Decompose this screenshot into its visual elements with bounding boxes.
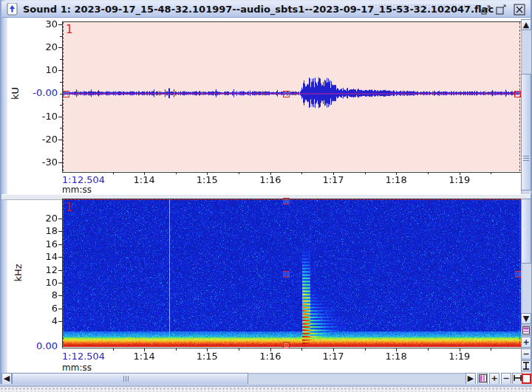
time-scroll-thumb[interactable]: [12, 373, 248, 385]
spectrogram-canvas[interactable]: [63, 199, 521, 347]
zoom-out-time-button[interactable]: −: [501, 373, 511, 385]
selection-handle[interactable]: [283, 198, 290, 204]
selection-handle[interactable]: [514, 91, 521, 97]
scroll-grip: [523, 156, 529, 162]
fit-time-button[interactable]: [512, 373, 522, 385]
selection-indicator-box[interactable]: [522, 374, 531, 384]
play-button[interactable]: ▶: [466, 373, 476, 385]
waveform-vscroll-thumb[interactable]: [521, 74, 531, 190]
spectrogram-x-cursor-value: 1:12.504: [62, 351, 105, 362]
waveform-x-cursor-value: 1:12.504: [62, 174, 105, 185]
scroll-down-button[interactable]: ▼: [521, 313, 531, 324]
spectrogram-plot[interactable]: 1: [62, 199, 522, 348]
window-border-left: [0, 0, 7, 387]
scroll-left-button[interactable]: ◀: [1, 373, 12, 385]
waveform-y-axis-unit: kU: [10, 87, 21, 100]
selection-top-edge: [63, 199, 521, 200]
selection-bottom-edge: [63, 345, 521, 346]
waveform-channel-number: 1: [66, 23, 73, 36]
spectrogram-x-axis-unit: mm:ss: [62, 362, 92, 373]
selection-handle[interactable]: [283, 91, 290, 97]
window-title: Sound 1: 2023-09-17_15-48-32.101997--aud…: [23, 4, 494, 15]
waveform-plot[interactable]: 1: [62, 21, 522, 173]
window-titlebar[interactable]: Sound 1: 2023-09-17_15-48-32.101997--aud…: [1, 1, 531, 18]
zoom-out-frequency-button[interactable]: −: [521, 348, 531, 360]
time-scrollbar[interactable]: [12, 373, 466, 385]
selection-handle[interactable]: [283, 342, 290, 348]
spectrogram-y-cursor-value: 0.00: [24, 340, 58, 351]
time-page-view-button[interactable]: [477, 373, 488, 385]
waveform-vertical-scrollbar[interactable]: ▲: [521, 19, 531, 194]
waveform-y-cursor-value: -0.00: [24, 87, 58, 98]
scroll-grip: [123, 376, 130, 382]
minimize-button[interactable]: [480, 4, 492, 16]
fit-frequency-button[interactable]: [521, 360, 531, 371]
close-button[interactable]: [514, 4, 525, 16]
zoom-in-time-button[interactable]: +: [489, 373, 499, 385]
waveform-x-axis-unit: mm:ss: [62, 185, 92, 195]
maximize-button[interactable]: [495, 4, 507, 16]
spectrogram-vscroll-thumb[interactable]: [521, 199, 531, 264]
waveform-canvas[interactable]: [63, 22, 521, 171]
zoom-in-frequency-button[interactable]: +: [521, 337, 531, 348]
selection-left-edge: [63, 199, 64, 347]
spectrogram-channel-number: 1: [66, 201, 73, 214]
spectrogram-vertical-scrollbar[interactable]: ▼ + −: [521, 199, 531, 373]
selection-handle[interactable]: [283, 271, 290, 278]
desktop-background: [0, 387, 532, 392]
selection-handle[interactable]: [63, 91, 69, 97]
frequency-page-view-button[interactable]: [521, 325, 531, 336]
scroll-up-button[interactable]: ▲: [521, 19, 531, 30]
sound-document-icon: [7, 3, 18, 16]
sound-window: Sound 1: 2023-09-17_15-48-32.101997--aud…: [0, 0, 532, 392]
spectrogram-y-axis-unit: kHz: [13, 264, 24, 281]
